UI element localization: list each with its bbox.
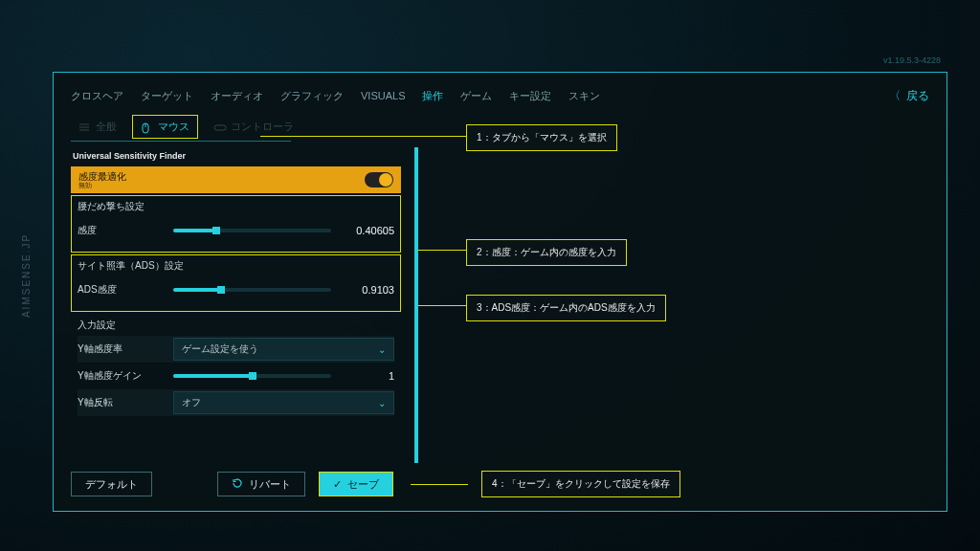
sensitivity-value: 0.40605 [341,225,394,236]
input-title: 入力設定 [78,319,394,332]
sensitivity-label: 感度 [78,224,164,237]
toggle-knob [379,173,392,187]
callout-1: 1：タブから「マウス」を選択 [466,124,617,151]
ads-group: サイト照準（ADS）設定 ADS感度 0.9103 [71,254,401,312]
y-ratio-dropdown[interactable]: ゲーム設定を使う ⌄ [173,338,394,361]
sliders-icon [78,122,90,132]
nav-controls[interactable]: 操作 [422,89,443,103]
subtab-underline [71,141,291,142]
chevron-down-icon: ⌄ [378,398,386,408]
callout-3: 3：ADS感度：ゲーム内のADS感度を入力 [466,295,666,321]
leader-3 [418,305,466,306]
version-label: v1.19.5.3-4228 [883,55,941,65]
annotation-area: 1：タブから「マウス」を選択 2：感度：ゲーム内の感度を入力 3：ADS感度：ゲ… [428,147,929,463]
default-button[interactable]: デフォルト [71,472,152,496]
y-ratio-label: Y軸感度率 [78,342,164,356]
save-label: セーブ [347,477,379,492]
nav-game[interactable]: ゲーム [460,89,492,103]
y-gain-value: 1 [341,370,394,382]
y-invert-dropdown[interactable]: オフ ⌄ [173,391,394,414]
back-label: 戻る [906,88,929,104]
y-gain-label: Y軸感度ゲイン [78,369,164,383]
hipfire-title: 腰だめ撃ち設定 [78,200,394,213]
settings-panel: Universal Sensitivity Finder 感度最適化 無効 腰だ… [71,147,401,463]
optimize-toggle[interactable] [365,172,393,187]
nav-keybind[interactable]: キー設定 [509,89,551,103]
optimize-sub: 無効 [78,182,126,188]
subtab-mouse[interactable]: マウス [132,115,198,139]
check-icon: ✓ [333,478,342,491]
subtab-mouse-label: マウス [158,120,189,134]
nav-crosshair[interactable]: クロスヘア [71,89,123,103]
input-group: 入力設定 Y軸感度率 ゲーム設定を使う ⌄ Y軸感度ゲイン 1 [71,314,401,425]
callout-4: 4：「セーブ」をクリックして設定を保存 [481,471,680,497]
optimize-row[interactable]: 感度最適化 無効 [71,166,401,193]
optimize-label: 感度最適化 [78,172,126,182]
y-gain-slider[interactable] [173,374,331,378]
ads-sensitivity-slider[interactable] [173,288,331,292]
revert-button[interactable]: リバート [217,472,305,496]
sensitivity-slider[interactable] [173,229,331,232]
revert-label: リバート [249,477,291,492]
top-nav: クロスヘア ターゲット オーディオ グラフィック VISUALS 操作 ゲーム … [71,86,929,105]
usf-title: Universal Sensitivity Finder [71,147,401,165]
y-invert-label: Y軸反転 [78,396,164,409]
chevron-left-icon: 〈 [889,88,901,104]
leader-1 [260,136,466,137]
ads-title: サイト照準（ADS）設定 [78,259,394,273]
save-button[interactable]: ✓ セーブ [319,472,393,496]
default-label: デフォルト [85,477,138,492]
subtab-general[interactable]: 全般 [71,115,124,139]
ads-sensitivity-label: ADS感度 [78,283,164,297]
ads-sensitivity-value: 0.9103 [341,284,394,296]
nav-audio[interactable]: オーディオ [211,89,263,103]
nav-visuals[interactable]: VISUALS [361,90,405,101]
subtab-general-label: 全般 [96,120,117,134]
nav-target[interactable]: ターゲット [141,89,193,103]
button-row: デフォルト リバート ✓ セーブ 4：「セーブ」をクリックして設定を保存 [71,471,680,497]
nav-skin[interactable]: スキン [568,89,600,103]
leader-4 [411,484,468,485]
back-button[interactable]: 〈 戻る [889,88,929,104]
sensitivity-row: 感度 0.40605 [78,217,394,244]
settings-window: v1.19.5.3-4228 クロスヘア ターゲット オーディオ グラフィック … [53,72,947,512]
y-ratio-value: ゲーム設定を使う [182,342,258,356]
leader-2 [418,250,466,251]
chevron-down-icon: ⌄ [378,344,386,355]
gamepad-icon [213,122,225,132]
svg-rect-2 [214,125,226,130]
y-ratio-row: Y軸感度率 ゲーム設定を使う ⌄ [78,336,394,363]
y-invert-row: Y軸反転 オフ ⌄ [78,389,394,416]
nav-graphics[interactable]: グラフィック [280,89,344,103]
y-gain-row: Y軸感度ゲイン 1 [78,363,394,389]
y-invert-value: オフ [182,396,201,409]
mouse-icon [141,122,152,132]
hipfire-group: 腰だめ撃ち設定 感度 0.40605 [71,195,401,253]
ads-sensitivity-row: ADS感度 0.9103 [78,276,394,303]
refresh-icon [232,477,243,491]
subtab-controller-label: コントローラ [231,120,294,134]
callout-2: 2：感度：ゲーム内の感度を入力 [466,239,627,266]
watermark-text: AIMSENSE.JP [21,233,32,318]
